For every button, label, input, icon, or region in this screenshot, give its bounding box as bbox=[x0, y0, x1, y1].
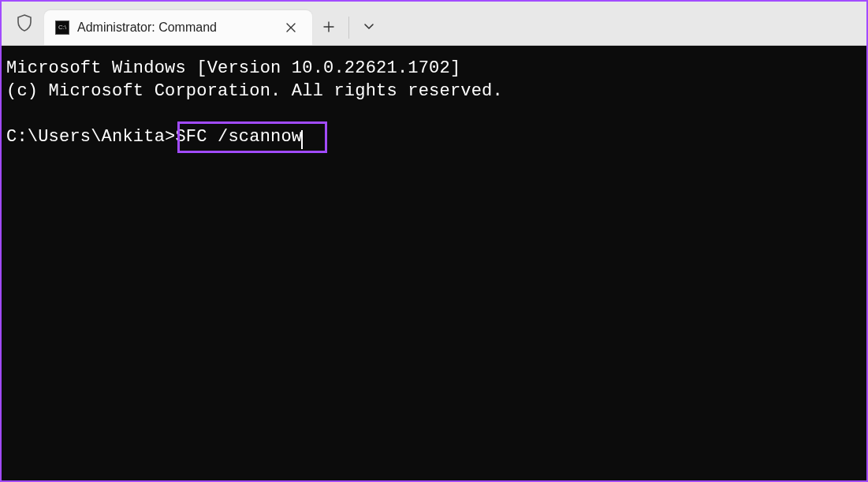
terminal-prompt: C:\Users\Ankita> bbox=[6, 127, 175, 147]
tab-active[interactable]: C:\ Administrator: Command bbox=[44, 10, 312, 45]
terminal-line-copyright: (c) Microsoft Corporation. All rights re… bbox=[6, 81, 503, 101]
terminal-prompt-line: C:\Users\Ankita>SFC /scannow bbox=[6, 127, 303, 147]
title-bar: C:\ Administrator: Command bbox=[2, 2, 866, 46]
chevron-down-icon[interactable] bbox=[352, 10, 386, 43]
terminal-line-version: Microsoft Windows [Version 10.0.22621.17… bbox=[6, 58, 460, 78]
terminal-command: SFC /scannow bbox=[175, 127, 302, 147]
terminal-window: C:\ Administrator: Command Microsoft Win… bbox=[0, 0, 868, 482]
shield-icon bbox=[9, 7, 39, 39]
close-icon[interactable] bbox=[281, 17, 301, 38]
terminal-body[interactable]: Microsoft Windows [Version 10.0.22621.17… bbox=[2, 46, 866, 480]
new-tab-button[interactable] bbox=[312, 10, 345, 43]
cmd-icon: C:\ bbox=[55, 21, 69, 35]
tab-bar-divider bbox=[348, 17, 349, 39]
tab-title: Administrator: Command bbox=[77, 21, 273, 35]
text-cursor bbox=[301, 130, 303, 149]
